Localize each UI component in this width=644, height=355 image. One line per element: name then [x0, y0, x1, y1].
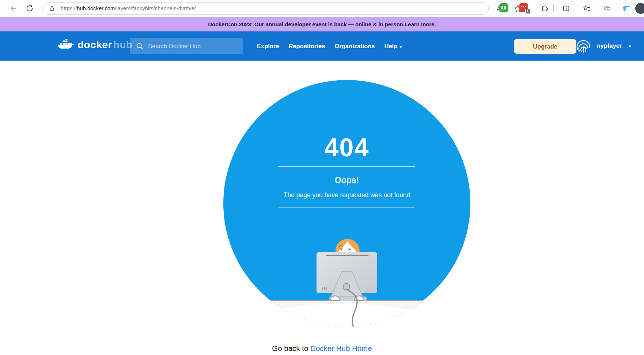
docker-hub-header: dockerhub Explore Repositories Organizat…: [0, 31, 644, 61]
fingerprint-avatar-icon: [575, 38, 592, 54]
extension-password-manager-icon[interactable]: ••• 1: [519, 3, 528, 12]
error-code: 404: [223, 135, 470, 160]
error-message: The page you have requested was not foun…: [223, 191, 470, 199]
browser-toolbar: https://hub.docker.com/layers/fancybits/…: [0, 0, 644, 17]
refresh-icon[interactable]: [25, 4, 34, 13]
url-text: https://hub.docker.com/layers/fancybits/…: [61, 5, 196, 11]
nav-organizations[interactable]: Organizations: [334, 43, 375, 50]
promo-banner: DockerCon 2023: Our annual developer eve…: [0, 17, 644, 31]
search-icon: [136, 42, 144, 50]
logo-text: dockerhub: [77, 39, 133, 51]
chevron-down-icon: ▾: [399, 44, 402, 49]
error-title: Oops!: [223, 175, 470, 185]
robot-eye: [501, 6, 503, 9]
banner-learn-more-link[interactable]: Learn more: [405, 21, 435, 27]
url-domain: hub.docker.com: [77, 5, 115, 11]
divider: [279, 207, 415, 207]
ellipsis-dots: •••: [521, 4, 527, 9]
ie-mode-icon[interactable]: e: [621, 4, 631, 13]
search-box[interactable]: [130, 38, 243, 54]
upgrade-button[interactable]: Upgrade: [514, 39, 576, 54]
address-bar[interactable]: https://hub.docker.com/layers/fancybits/…: [42, 2, 489, 15]
notification-dot: [500, 4, 502, 6]
user-menu[interactable]: nyplayer ▾: [575, 31, 631, 61]
back-icon[interactable]: [8, 4, 18, 13]
extensions-puzzle-icon[interactable]: [539, 4, 549, 13]
nav-help[interactable]: Help▾: [384, 43, 402, 50]
toolbar-divider: [553, 4, 554, 12]
split-screen-icon[interactable]: [561, 4, 571, 13]
svg-text:e: e: [623, 4, 626, 12]
header-nav: Explore Repositories Organizations Help▾: [257, 31, 402, 61]
divider: [279, 166, 415, 167]
go-back-text: Go back to: [272, 344, 310, 352]
monitor: [317, 252, 377, 301]
nav-repositories[interactable]: Repositories: [289, 43, 325, 50]
search-input[interactable]: [148, 43, 236, 50]
username: nyplayer: [596, 42, 622, 50]
banner-text: DockerCon 2023: Our annual developer eve…: [208, 21, 405, 27]
url-path: /layers/fancybits/channels-dvr/tve/: [115, 5, 196, 11]
extension-badge: 1: [525, 9, 530, 14]
docker-hub-home-link[interactable]: Docker Hub Home: [310, 344, 372, 352]
docker-hub-logo[interactable]: dockerhub: [58, 39, 133, 51]
nav-explore[interactable]: Explore: [257, 43, 279, 50]
error-stack: 404 Oops! The page you have requested wa…: [223, 135, 470, 207]
go-back-line: Go back to Docker Hub Home: [0, 344, 644, 353]
logo-docker-word: docker: [77, 39, 112, 50]
monitor-vents: [322, 287, 327, 290]
banner-suffix: .: [435, 21, 436, 27]
robot-eye: [504, 6, 506, 9]
url-prefix: https://: [61, 5, 77, 11]
docker-whale-icon: [58, 39, 75, 51]
error-circle: 404 Oops! The page you have requested wa…: [223, 80, 470, 327]
collections-icon[interactable]: [602, 4, 612, 13]
favorites-list-icon[interactable]: [582, 4, 591, 13]
extension-robot-icon[interactable]: [499, 3, 508, 12]
nav-help-label: Help: [384, 43, 398, 49]
lock-icon[interactable]: [48, 5, 56, 14]
user-chevron-down-icon: ▾: [629, 43, 631, 49]
main-content: 404 Oops! The page you have requested wa…: [0, 61, 644, 355]
browser-profile-avatar[interactable]: [635, 3, 644, 14]
